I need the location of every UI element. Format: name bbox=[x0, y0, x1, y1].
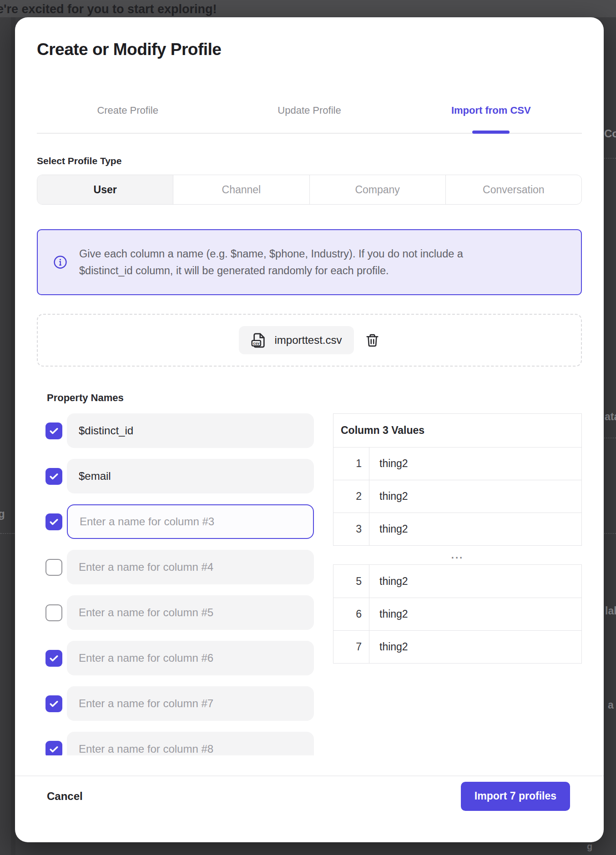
property-row-4 bbox=[37, 550, 333, 584]
preview-table-bottom: 5 thing2 6 thing2 7 thing2 bbox=[333, 564, 582, 664]
column-1-checkbox[interactable] bbox=[45, 422, 62, 439]
property-row-5 bbox=[37, 595, 333, 630]
column-3-name-input[interactable] bbox=[67, 504, 314, 539]
column-2-name-input[interactable] bbox=[67, 459, 314, 493]
cancel-button[interactable]: Cancel bbox=[47, 790, 83, 803]
background-fragment: a bbox=[608, 699, 614, 711]
dialog-tabs: Create Profile Update Profile Import fro… bbox=[37, 105, 582, 116]
dialog-footer: Cancel Import 7 profiles bbox=[37, 782, 582, 811]
preview-table-header: Column 3 Values bbox=[333, 414, 581, 447]
row-number: 2 bbox=[333, 480, 369, 513]
column-7-checkbox[interactable] bbox=[45, 695, 62, 712]
create-or-modify-profile-dialog: Create or Modify Profile Create Profile … bbox=[15, 17, 604, 842]
row-number: 5 bbox=[333, 565, 369, 598]
column-1-name-input[interactable] bbox=[67, 413, 314, 448]
profile-type-selector: User Channel Company Conversation bbox=[37, 175, 582, 205]
uploaded-file-name: importtest.csv bbox=[274, 334, 342, 347]
background-banner-text: e're excited for you to start exploring! bbox=[0, 2, 217, 16]
row-value: thing2 bbox=[369, 480, 581, 513]
info-text-line2: $distinct_id column, it will be generate… bbox=[79, 262, 463, 279]
row-value: thing2 bbox=[369, 448, 581, 480]
row-number: 3 bbox=[333, 513, 369, 545]
import-profiles-button[interactable]: Import 7 profiles bbox=[461, 782, 570, 811]
column-8-name-input[interactable] bbox=[67, 732, 314, 755]
row-value: thing2 bbox=[369, 513, 581, 545]
background-divider bbox=[0, 533, 15, 534]
table-row: 5 thing2 bbox=[333, 565, 581, 598]
row-number: 7 bbox=[333, 631, 369, 663]
background-divider bbox=[604, 158, 616, 159]
background-fragment: g bbox=[0, 508, 5, 520]
table-row: 2 thing2 bbox=[333, 480, 581, 513]
profile-type-user[interactable]: User bbox=[37, 175, 173, 204]
table-row: 6 thing2 bbox=[333, 598, 581, 630]
svg-text:csv: csv bbox=[253, 341, 260, 345]
check-icon bbox=[48, 744, 60, 755]
row-value: thing2 bbox=[369, 565, 581, 598]
background-banner: e're excited for you to start exploring! bbox=[0, 0, 616, 17]
info-text-line1: Give each column a name (e.g. $name, $ph… bbox=[79, 246, 463, 262]
dialog-title: Create or Modify Profile bbox=[37, 40, 582, 59]
check-icon bbox=[48, 516, 60, 528]
tab-update-profile[interactable]: Update Profile bbox=[218, 105, 400, 116]
check-icon bbox=[48, 698, 60, 709]
mapping-area: Column 3 Values 1 thing2 2 thing2 3 thin… bbox=[37, 413, 582, 755]
info-icon bbox=[53, 255, 67, 269]
background-divider bbox=[604, 533, 616, 534]
remove-file-button[interactable] bbox=[365, 333, 380, 348]
csv-file-icon: csv bbox=[251, 332, 268, 349]
background-fragment: ata bbox=[605, 411, 616, 423]
column-4-name-input[interactable] bbox=[67, 550, 314, 584]
column-5-name-input[interactable] bbox=[67, 595, 314, 630]
property-row-2 bbox=[37, 459, 333, 493]
column-5-checkbox[interactable] bbox=[45, 604, 62, 621]
property-row-8 bbox=[37, 732, 333, 755]
column-6-name-input[interactable] bbox=[67, 641, 314, 675]
table-row: 7 thing2 bbox=[333, 630, 581, 663]
trash-icon bbox=[365, 333, 380, 348]
preview-table-top: Column 3 Values 1 thing2 2 thing2 3 thin… bbox=[333, 413, 582, 546]
background-fragment: g bbox=[587, 841, 592, 852]
info-banner: Give each column a name (e.g. $name, $ph… bbox=[37, 229, 582, 295]
column-6-checkbox[interactable] bbox=[45, 650, 62, 667]
table-row: 3 thing2 bbox=[333, 513, 581, 545]
property-names-heading: Property Names bbox=[47, 392, 582, 404]
column-4-checkbox[interactable] bbox=[45, 559, 62, 576]
tab-create-profile[interactable]: Create Profile bbox=[37, 105, 218, 116]
background-fragment: lab bbox=[605, 605, 616, 617]
column-8-checkbox[interactable] bbox=[45, 741, 62, 756]
footer-divider bbox=[15, 775, 604, 776]
row-number: 6 bbox=[333, 598, 369, 630]
column-7-name-input[interactable] bbox=[67, 686, 314, 721]
table-row: 1 thing2 bbox=[333, 447, 581, 480]
check-icon bbox=[48, 425, 60, 437]
profile-type-company[interactable]: Company bbox=[309, 175, 445, 204]
property-name-list bbox=[37, 413, 333, 755]
row-value: thing2 bbox=[369, 631, 581, 663]
check-icon bbox=[48, 471, 60, 482]
row-value: thing2 bbox=[369, 598, 581, 630]
csv-dropzone[interactable]: csv importtest.csv bbox=[37, 314, 582, 367]
uploaded-file-chip[interactable]: csv importtest.csv bbox=[239, 326, 353, 354]
profile-type-channel[interactable]: Channel bbox=[173, 175, 309, 204]
profile-type-conversation[interactable]: Conversation bbox=[445, 175, 581, 204]
info-text: Give each column a name (e.g. $name, $ph… bbox=[79, 246, 463, 279]
tab-divider bbox=[37, 133, 582, 134]
profile-type-label: Select Profile Type bbox=[37, 156, 582, 166]
property-row-1 bbox=[37, 413, 333, 448]
row-number: 1 bbox=[333, 448, 369, 480]
column-2-checkbox[interactable] bbox=[45, 468, 62, 485]
property-row-3 bbox=[37, 504, 333, 539]
column-3-checkbox[interactable] bbox=[45, 513, 62, 530]
preview-ellipsis: ... bbox=[333, 546, 582, 564]
tab-import-from-csv[interactable]: Import from CSV bbox=[400, 105, 582, 116]
check-icon bbox=[48, 653, 60, 664]
background-divider bbox=[604, 438, 616, 438]
column-values-preview: Column 3 Values 1 thing2 2 thing2 3 thin… bbox=[333, 413, 582, 755]
property-row-7 bbox=[37, 686, 333, 721]
property-row-6 bbox=[37, 641, 333, 675]
active-tab-indicator bbox=[472, 131, 510, 134]
background-fragment: Col bbox=[604, 127, 616, 140]
